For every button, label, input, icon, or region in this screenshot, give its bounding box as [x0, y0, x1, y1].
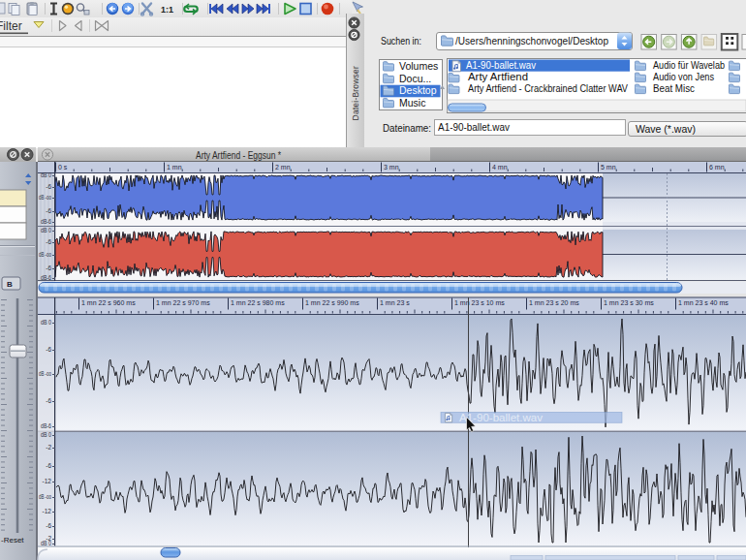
svg-text:dB -oo: dB -oo	[39, 493, 51, 500]
svg-text:1 mn 22 s 960 ms: 1 mn 22 s 960 ms	[81, 299, 136, 306]
svg-text:dB-6: dB-6	[41, 422, 51, 429]
svg-text:-2: -2	[46, 444, 51, 451]
svg-text:dB 0: dB 0	[41, 431, 51, 438]
svg-text:1 mn 22 s 970 ms: 1 mn 22 s 970 ms	[156, 299, 210, 306]
svg-text:1 mn 23 s 30 ms: 1 mn 23 s 30 ms	[604, 299, 654, 306]
svg-text:1 mn 23 s 10 ms: 1 mn 23 s 10 ms	[454, 299, 505, 306]
svg-text:-6: -6	[46, 346, 51, 353]
svg-text:1 mn 22 s 990 ms: 1 mn 22 s 990 ms	[305, 299, 359, 306]
svg-text:-12: -12	[43, 478, 52, 484]
svg-text:1 mn 23 s 40 ms: 1 mn 23 s 40 ms	[678, 299, 729, 306]
svg-text:dB 0: dB 0	[41, 319, 51, 326]
svg-text:1 mn 23 s 20 ms: 1 mn 23 s 20 ms	[529, 299, 579, 306]
svg-text:1 mn 23 s: 1 mn 23 s	[380, 299, 410, 306]
svg-text:-6: -6	[46, 397, 51, 404]
svg-text:1 mn 22 s 980 ms: 1 mn 22 s 980 ms	[231, 299, 285, 306]
svg-text:-6: -6	[46, 462, 51, 469]
svg-text:-12: -12	[43, 508, 52, 514]
svg-text:A1-90-ballet.wav: A1-90-ballet.wav	[459, 413, 543, 423]
svg-text:dB -oo: dB -oo	[39, 370, 51, 377]
svg-text:-6: -6	[46, 522, 51, 529]
